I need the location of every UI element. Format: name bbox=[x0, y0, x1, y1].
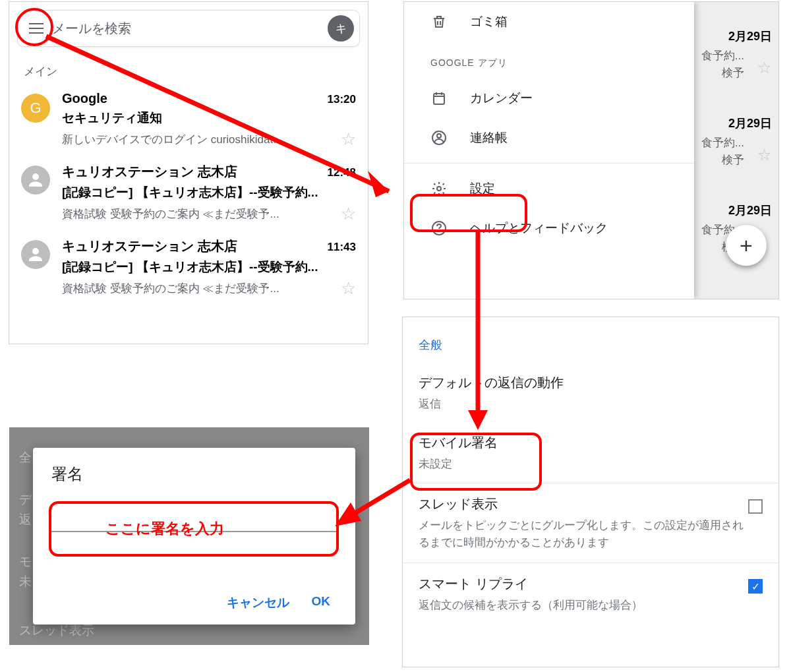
mail-frag: 食予約... bbox=[701, 135, 744, 150]
dim-text: 全 bbox=[19, 449, 32, 466]
drawer-section-header: GOOGLE アプリ bbox=[404, 42, 694, 78]
drawer-item-contacts[interactable]: 連絡帳 bbox=[404, 118, 694, 158]
annotation-input-label: ここに署名を入力 bbox=[105, 519, 224, 539]
person-icon bbox=[26, 170, 45, 190]
settings-item-smart-reply[interactable]: スマート リプライ 返信文の候補を表示する（利用可能な場合） ✓ bbox=[403, 563, 778, 626]
drawer-item-calendar[interactable]: カレンダー bbox=[404, 78, 694, 118]
trash-icon bbox=[430, 13, 448, 30]
settings-title: スレッド表示 bbox=[419, 495, 748, 513]
annotation-arrow-3 bbox=[328, 480, 421, 539]
svg-line-5 bbox=[46, 36, 389, 191]
settings-category: 全般 bbox=[403, 337, 778, 363]
mail-time: 11:43 bbox=[328, 241, 356, 254]
settings-sub: 返信文の候補を表示する（利用可能な場合） bbox=[419, 597, 748, 614]
drawer-label: 設定 bbox=[470, 180, 495, 197]
svg-point-1 bbox=[437, 134, 441, 138]
gmail-drawer-panel: 2月29日 食予約... 検予 ☆ 2月29日 食予約... 検予 ☆ 2月29… bbox=[403, 1, 779, 299]
star-icon[interactable]: ☆ bbox=[757, 59, 772, 77]
mail-item[interactable]: キュリオステーション 志木店11:43 [記録コピー] 【キュリオ志木店】--受… bbox=[9, 229, 368, 304]
drawer-label: カレンダー bbox=[470, 90, 533, 107]
ok-button[interactable]: OK bbox=[312, 594, 331, 611]
mail-snippet: 資格試験 受験予約のご案内 ≪まだ受験予... bbox=[62, 281, 279, 296]
plus-icon: + bbox=[740, 233, 753, 259]
search-placeholder: メールを検索 bbox=[49, 20, 328, 38]
dim-text: モ bbox=[19, 553, 32, 570]
gear-icon bbox=[430, 180, 448, 197]
dim-text: 未 bbox=[19, 573, 32, 590]
drawer-item-help[interactable]: ヘルプとフィードバック bbox=[404, 208, 694, 248]
mail-date: 2月29日 bbox=[728, 28, 772, 44]
mail-frag: 検予 bbox=[722, 65, 744, 80]
svg-rect-0 bbox=[434, 94, 444, 104]
calendar-icon bbox=[430, 90, 448, 107]
svg-marker-8 bbox=[468, 410, 488, 430]
annotation-arrow-1 bbox=[46, 36, 415, 214]
hamburger-menu-button[interactable] bbox=[23, 15, 49, 42]
settings-item-thread-view[interactable]: スレッド表示 メールをトピックごとにグループ化します。この設定が適用されるまでに… bbox=[403, 483, 778, 563]
star-icon[interactable]: ☆ bbox=[757, 146, 772, 164]
drawer-label: ゴミ箱 bbox=[470, 13, 508, 30]
drawer-item-trash[interactable]: ゴミ箱 bbox=[404, 2, 694, 42]
settings-item-mobile-signature[interactable]: モバイル署名 未設定 bbox=[403, 423, 778, 483]
mail-subject: [記録コピー] 【キュリオ志木店】--受験予約... bbox=[62, 259, 356, 276]
checkbox-checked[interactable]: ✓ bbox=[748, 579, 763, 594]
mail-date: 2月29日 bbox=[728, 202, 772, 218]
svg-marker-10 bbox=[335, 503, 361, 526]
gmail-settings-panel: 全般 デフォルトの返信の動作 返信 モバイル署名 未設定 スレッド表示 メールを… bbox=[402, 317, 779, 667]
mail-sender: キュリオステーション 志木店 bbox=[62, 237, 237, 255]
svg-point-3 bbox=[437, 187, 441, 191]
dialog-title: 署名 bbox=[51, 464, 337, 485]
star-icon[interactable]: ☆ bbox=[341, 278, 356, 299]
hamburger-icon bbox=[29, 28, 44, 29]
drawer-item-settings[interactable]: 設定 bbox=[404, 169, 694, 208]
nav-drawer: ゴミ箱 GOOGLE アプリ カレンダー 連絡帳 設定 ヘルプとフィードバック bbox=[404, 2, 694, 299]
drawer-label: 連絡帳 bbox=[470, 129, 508, 146]
person-icon bbox=[26, 245, 45, 264]
annotation-arrow-2 bbox=[468, 232, 494, 437]
checkbox-unchecked[interactable] bbox=[748, 499, 763, 514]
dim-text: 返 bbox=[19, 511, 32, 528]
contacts-icon bbox=[430, 129, 448, 146]
mail-frag: 食予約... bbox=[701, 48, 744, 63]
settings-sub: メールをトピックごとにグループ化します。この設定が適用されるまでに時間がかかるこ… bbox=[419, 517, 748, 551]
mail-frag: 検予 bbox=[722, 152, 744, 168]
mail-date: 2月29日 bbox=[728, 115, 772, 131]
settings-item-default-reply[interactable]: デフォルトの返信の動作 返信 bbox=[403, 363, 778, 423]
cancel-button[interactable]: キャンセル bbox=[227, 594, 289, 611]
settings-sub: 未設定 bbox=[419, 456, 763, 473]
help-icon bbox=[430, 220, 448, 237]
dim-text: デ bbox=[19, 491, 32, 508]
drawer-separator bbox=[404, 163, 694, 169]
sender-avatar bbox=[21, 240, 50, 269]
compose-fab[interactable]: + bbox=[726, 225, 767, 266]
settings-title: スマート リプライ bbox=[419, 575, 748, 593]
